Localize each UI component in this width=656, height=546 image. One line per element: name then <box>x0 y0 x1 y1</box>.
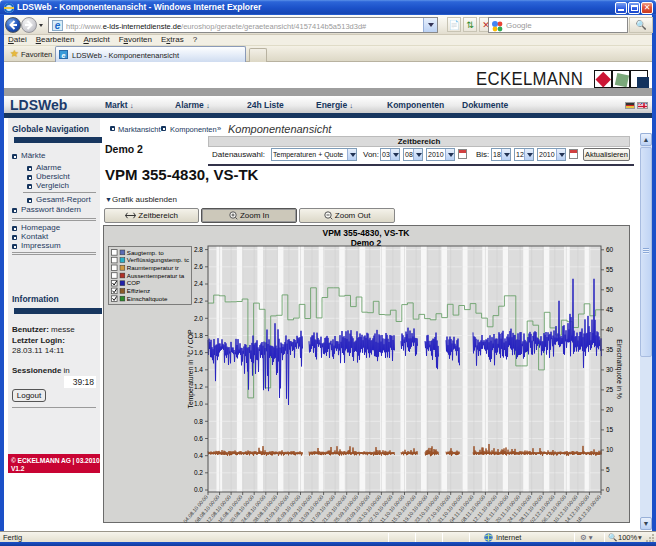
svg-text:1.2: 1.2 <box>194 383 203 390</box>
svg-text:0.0: 0.0 <box>194 486 203 493</box>
svg-text:0.2: 0.2 <box>194 469 203 476</box>
svg-text:30: 30 <box>606 366 614 373</box>
svg-text:Raumtemperatur tr: Raumtemperatur tr <box>127 264 179 271</box>
svg-text:45: 45 <box>606 306 614 313</box>
svg-text:Einschaltquote in %: Einschaltquote in % <box>615 339 623 399</box>
svg-text:1.6: 1.6 <box>194 349 203 356</box>
svg-text:1.8: 1.8 <box>194 332 203 339</box>
svg-text:Effizienz: Effizienz <box>127 287 150 294</box>
svg-text:15: 15 <box>606 426 614 433</box>
svg-text:40: 40 <box>606 326 614 333</box>
svg-text:5: 5 <box>606 466 610 473</box>
svg-text:2.2: 2.2 <box>194 297 203 304</box>
svg-text:25: 25 <box>606 386 614 393</box>
svg-text:55: 55 <box>606 266 614 273</box>
svg-text:1.4: 1.4 <box>194 366 203 373</box>
svg-text:10: 10 <box>606 446 614 453</box>
svg-text:50: 50 <box>606 286 614 293</box>
svg-text:2.4: 2.4 <box>194 280 203 287</box>
svg-text:20: 20 <box>606 406 614 413</box>
svg-text:Temperaturen in °C / COP: Temperaturen in °C / COP <box>187 329 195 408</box>
svg-text:2.8: 2.8 <box>194 246 203 253</box>
svg-text:2.0: 2.0 <box>194 315 203 322</box>
svg-text:Einschaltquote: Einschaltquote <box>127 295 168 302</box>
svg-text:2.6: 2.6 <box>194 263 203 270</box>
svg-text:0.6: 0.6 <box>194 435 203 442</box>
svg-text:COP: COP <box>127 279 140 286</box>
svg-text:0.4: 0.4 <box>194 452 203 459</box>
svg-text:Verflüssigungstemp. tc: Verflüssigungstemp. tc <box>127 256 189 263</box>
svg-text:60: 60 <box>606 246 614 253</box>
svg-text:0.8: 0.8 <box>194 418 203 425</box>
svg-text:1.0: 1.0 <box>194 400 203 407</box>
svg-text:Aussentemperatur ta: Aussentemperatur ta <box>127 272 185 279</box>
svg-text:35: 35 <box>606 346 614 353</box>
svg-text:VPM 355-4830, VS-TK: VPM 355-4830, VS-TK <box>323 228 411 238</box>
svg-text:0: 0 <box>606 486 610 493</box>
svg-text:Saugtemp. to: Saugtemp. to <box>127 249 164 256</box>
